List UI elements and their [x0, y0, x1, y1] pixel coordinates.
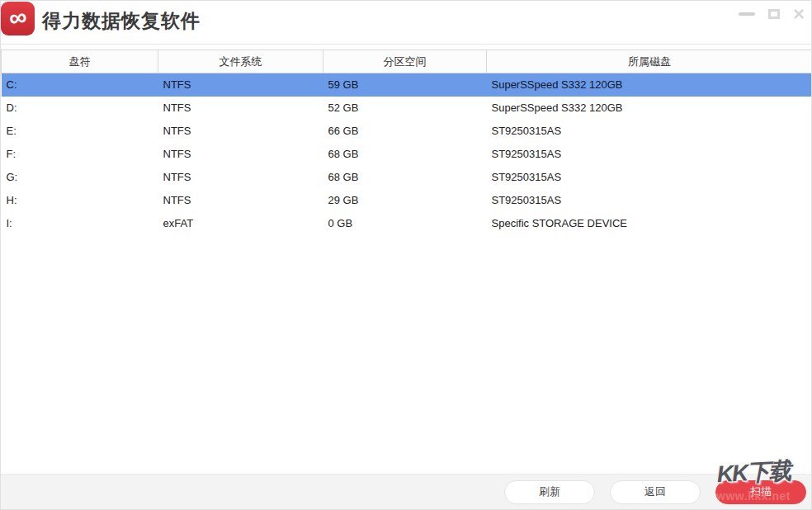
- cell-partition-space: 66 GB: [323, 120, 487, 143]
- cell-filesystem: NTFS: [158, 166, 323, 189]
- cell-parent-disk: SuperSSpeed S332 120GB: [487, 73, 812, 97]
- cell-parent-disk: ST9250315AS: [487, 143, 812, 166]
- refresh-button[interactable]: 刷新: [504, 480, 595, 504]
- close-button[interactable]: ×: [793, 7, 805, 21]
- cell-filesystem: NTFS: [158, 120, 323, 143]
- table-row[interactable]: E: NTFS 66 GB ST9250315AS: [2, 120, 812, 143]
- cell-drive-letter: E:: [2, 120, 158, 143]
- window-controls: ×: [739, 6, 805, 22]
- cell-drive-letter: I:: [2, 212, 158, 235]
- cell-filesystem: NTFS: [158, 189, 323, 212]
- cell-drive-letter: F:: [2, 143, 158, 166]
- cell-parent-disk: ST9250315AS: [487, 120, 812, 143]
- close-icon: ×: [793, 7, 805, 21]
- titlebar: ∞ 得力数据恢复软件 ×: [1, 1, 811, 45]
- maximize-icon: [768, 9, 780, 19]
- table-row[interactable]: D: NTFS 52 GB SuperSSpeed S332 120GB: [2, 97, 812, 120]
- cell-parent-disk: ST9250315AS: [487, 166, 812, 189]
- cell-filesystem: NTFS: [158, 73, 323, 97]
- column-header-drive[interactable]: 盘符: [2, 50, 158, 73]
- minimize-icon: [739, 12, 755, 16]
- infinity-icon: ∞: [7, 3, 28, 31]
- cell-parent-disk: SuperSSpeed S332 120GB: [487, 97, 812, 120]
- footer-bar: 刷新 返回 扫描: [1, 474, 812, 509]
- table-row[interactable]: C: NTFS 59 GB SuperSSpeed S332 120GB: [2, 73, 812, 97]
- cell-partition-space: 52 GB: [323, 97, 487, 120]
- partition-table: 盘符 文件系统 分区空间 所属磁盘 C: NTFS 59 GB SuperSSp…: [1, 50, 811, 235]
- cell-filesystem: NTFS: [158, 97, 323, 120]
- partition-table-body: C: NTFS 59 GB SuperSSpeed S332 120GB D: …: [2, 73, 812, 235]
- cell-drive-letter: D:: [2, 97, 158, 120]
- app-logo-icon: ∞: [1, 2, 35, 35]
- table-row[interactable]: F: NTFS 68 GB ST9250315AS: [2, 143, 812, 166]
- table-row[interactable]: H: NTFS 29 GB ST9250315AS: [2, 189, 812, 212]
- table-row[interactable]: G: NTFS 68 GB ST9250315AS: [2, 166, 812, 189]
- cell-drive-letter: G:: [2, 166, 158, 189]
- scan-button[interactable]: 扫描: [715, 480, 806, 504]
- minimize-button[interactable]: [739, 12, 755, 16]
- cell-partition-space: 59 GB: [323, 73, 487, 97]
- cell-partition-space: 68 GB: [323, 166, 487, 189]
- maximize-button[interactable]: [768, 9, 780, 19]
- table-row[interactable]: I: exFAT 0 GB Specific STORAGE DEVICE: [2, 212, 812, 235]
- app-title: 得力数据恢复软件: [42, 8, 201, 34]
- table-header-row: 盘符 文件系统 分区空间 所属磁盘: [2, 50, 812, 73]
- cell-filesystem: exFAT: [158, 212, 323, 235]
- cell-parent-disk: ST9250315AS: [487, 189, 812, 212]
- cell-filesystem: NTFS: [158, 143, 323, 166]
- cell-parent-disk: Specific STORAGE DEVICE: [487, 212, 812, 235]
- back-button[interactable]: 返回: [610, 480, 701, 504]
- cell-partition-space: 68 GB: [323, 143, 487, 166]
- column-header-disk[interactable]: 所属磁盘: [487, 50, 812, 73]
- column-header-filesystem[interactable]: 文件系统: [158, 50, 323, 73]
- cell-drive-letter: C:: [2, 73, 158, 97]
- cell-partition-space: 29 GB: [323, 189, 487, 212]
- cell-drive-letter: H:: [2, 189, 158, 212]
- column-header-space[interactable]: 分区空间: [323, 50, 487, 73]
- cell-partition-space: 0 GB: [323, 212, 487, 235]
